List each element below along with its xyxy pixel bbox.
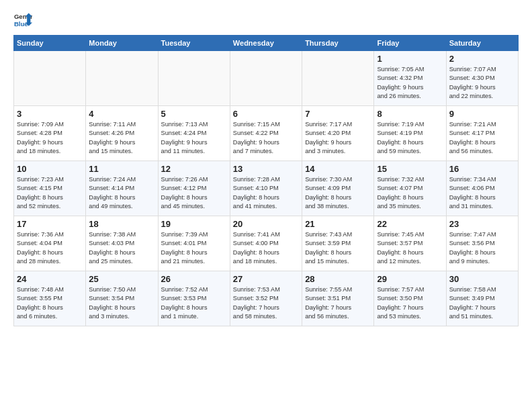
- calendar-cell: [86, 51, 158, 106]
- day-number: 15: [377, 164, 443, 174]
- cell-info: Sunrise: 7:57 AM Sunset: 3:50 PM Dayligh…: [377, 285, 443, 321]
- col-header-monday: Monday: [86, 36, 158, 51]
- day-number: 1: [377, 54, 443, 64]
- calendar-cell: 28Sunrise: 7:55 AM Sunset: 3:51 PM Dayli…: [302, 271, 374, 326]
- day-number: 22: [377, 219, 443, 229]
- day-number: 14: [305, 164, 371, 174]
- calendar-cell: 7Sunrise: 7:17 AM Sunset: 4:20 PM Daylig…: [302, 106, 374, 161]
- svg-text:Blue: Blue: [14, 20, 28, 28]
- cell-info: Sunrise: 7:48 AM Sunset: 3:55 PM Dayligh…: [17, 285, 83, 321]
- day-number: 10: [17, 164, 83, 174]
- cell-info: Sunrise: 7:30 AM Sunset: 4:09 PM Dayligh…: [305, 175, 371, 211]
- cell-info: Sunrise: 7:43 AM Sunset: 3:59 PM Dayligh…: [305, 230, 371, 266]
- calendar-cell: 27Sunrise: 7:53 AM Sunset: 3:52 PM Dayli…: [230, 271, 302, 326]
- col-header-sunday: Sunday: [14, 36, 86, 51]
- cell-info: Sunrise: 7:39 AM Sunset: 4:01 PM Dayligh…: [161, 230, 227, 266]
- day-number: 7: [305, 109, 371, 119]
- day-number: 16: [449, 164, 515, 174]
- day-number: 20: [233, 219, 299, 229]
- cell-info: Sunrise: 7:21 AM Sunset: 4:17 PM Dayligh…: [449, 120, 515, 156]
- day-number: 11: [89, 164, 154, 174]
- day-number: 13: [233, 164, 299, 174]
- day-number: 12: [161, 164, 227, 174]
- day-number: 9: [449, 109, 515, 119]
- calendar-cell: [302, 51, 374, 106]
- cell-info: Sunrise: 7:09 AM Sunset: 4:28 PM Dayligh…: [17, 120, 83, 156]
- cell-info: Sunrise: 7:36 AM Sunset: 4:04 PM Dayligh…: [17, 230, 83, 266]
- cell-info: Sunrise: 7:47 AM Sunset: 3:56 PM Dayligh…: [449, 230, 515, 266]
- calendar-cell: [158, 51, 230, 106]
- day-number: 21: [305, 219, 371, 229]
- calendar-cell: 29Sunrise: 7:57 AM Sunset: 3:50 PM Dayli…: [374, 271, 446, 326]
- day-number: 24: [17, 274, 83, 284]
- cell-info: Sunrise: 7:19 AM Sunset: 4:19 PM Dayligh…: [377, 120, 443, 156]
- cell-info: Sunrise: 7:50 AM Sunset: 3:54 PM Dayligh…: [89, 285, 154, 321]
- col-header-thursday: Thursday: [302, 36, 374, 51]
- calendar-cell: 12Sunrise: 7:26 AM Sunset: 4:12 PM Dayli…: [158, 161, 230, 216]
- day-number: 6: [233, 109, 299, 119]
- day-number: 28: [305, 274, 371, 284]
- cell-info: Sunrise: 7:55 AM Sunset: 3:51 PM Dayligh…: [305, 285, 371, 321]
- day-number: 5: [161, 109, 227, 119]
- cell-info: Sunrise: 7:05 AM Sunset: 4:32 PM Dayligh…: [377, 65, 443, 101]
- calendar-cell: 9Sunrise: 7:21 AM Sunset: 4:17 PM Daylig…: [446, 106, 518, 161]
- col-header-tuesday: Tuesday: [158, 36, 230, 51]
- cell-info: Sunrise: 7:24 AM Sunset: 4:14 PM Dayligh…: [89, 175, 154, 211]
- cell-info: Sunrise: 7:13 AM Sunset: 4:24 PM Dayligh…: [161, 120, 227, 156]
- day-number: 30: [449, 274, 515, 284]
- calendar-cell: 25Sunrise: 7:50 AM Sunset: 3:54 PM Dayli…: [86, 271, 158, 326]
- col-header-saturday: Saturday: [446, 36, 518, 51]
- calendar-cell: 13Sunrise: 7:28 AM Sunset: 4:10 PM Dayli…: [230, 161, 302, 216]
- cell-info: Sunrise: 7:45 AM Sunset: 3:57 PM Dayligh…: [377, 230, 443, 266]
- calendar-cell: 30Sunrise: 7:58 AM Sunset: 3:49 PM Dayli…: [446, 271, 518, 326]
- calendar-cell: 19Sunrise: 7:39 AM Sunset: 4:01 PM Dayli…: [158, 216, 230, 271]
- cell-info: Sunrise: 7:38 AM Sunset: 4:03 PM Dayligh…: [89, 230, 154, 266]
- cell-info: Sunrise: 7:34 AM Sunset: 4:06 PM Dayligh…: [449, 175, 515, 211]
- day-number: 29: [377, 274, 443, 284]
- day-number: 18: [89, 219, 154, 229]
- calendar-cell: [14, 51, 86, 106]
- calendar-cell: 24Sunrise: 7:48 AM Sunset: 3:55 PM Dayli…: [14, 271, 86, 326]
- calendar-cell: 6Sunrise: 7:15 AM Sunset: 4:22 PM Daylig…: [230, 106, 302, 161]
- calendar-cell: 5Sunrise: 7:13 AM Sunset: 4:24 PM Daylig…: [158, 106, 230, 161]
- day-number: 25: [89, 274, 154, 284]
- calendar-cell: 8Sunrise: 7:19 AM Sunset: 4:19 PM Daylig…: [374, 106, 446, 161]
- calendar-cell: 18Sunrise: 7:38 AM Sunset: 4:03 PM Dayli…: [86, 216, 158, 271]
- logo: General Blue: [13, 11, 32, 30]
- calendar-cell: 16Sunrise: 7:34 AM Sunset: 4:06 PM Dayli…: [446, 161, 518, 216]
- cell-info: Sunrise: 7:23 AM Sunset: 4:15 PM Dayligh…: [17, 175, 83, 211]
- cell-info: Sunrise: 7:53 AM Sunset: 3:52 PM Dayligh…: [233, 285, 299, 321]
- calendar-cell: 17Sunrise: 7:36 AM Sunset: 4:04 PM Dayli…: [14, 216, 86, 271]
- cell-info: Sunrise: 7:41 AM Sunset: 4:00 PM Dayligh…: [233, 230, 299, 266]
- day-number: 26: [161, 274, 227, 284]
- day-number: 19: [161, 219, 227, 229]
- calendar-cell: [230, 51, 302, 106]
- cell-info: Sunrise: 7:58 AM Sunset: 3:49 PM Dayligh…: [449, 285, 515, 321]
- cell-info: Sunrise: 7:26 AM Sunset: 4:12 PM Dayligh…: [161, 175, 227, 211]
- day-number: 8: [377, 109, 443, 119]
- calendar-cell: 21Sunrise: 7:43 AM Sunset: 3:59 PM Dayli…: [302, 216, 374, 271]
- cell-info: Sunrise: 7:52 AM Sunset: 3:53 PM Dayligh…: [161, 285, 227, 321]
- calendar-cell: 4Sunrise: 7:11 AM Sunset: 4:26 PM Daylig…: [86, 106, 158, 161]
- cell-info: Sunrise: 7:28 AM Sunset: 4:10 PM Dayligh…: [233, 175, 299, 211]
- calendar-cell: 22Sunrise: 7:45 AM Sunset: 3:57 PM Dayli…: [374, 216, 446, 271]
- calendar-cell: 15Sunrise: 7:32 AM Sunset: 4:07 PM Dayli…: [374, 161, 446, 216]
- col-header-wednesday: Wednesday: [230, 36, 302, 51]
- calendar-cell: 1Sunrise: 7:05 AM Sunset: 4:32 PM Daylig…: [374, 51, 446, 106]
- day-number: 2: [449, 54, 515, 64]
- calendar-cell: 20Sunrise: 7:41 AM Sunset: 4:00 PM Dayli…: [230, 216, 302, 271]
- calendar-cell: 11Sunrise: 7:24 AM Sunset: 4:14 PM Dayli…: [86, 161, 158, 216]
- cell-info: Sunrise: 7:17 AM Sunset: 4:20 PM Dayligh…: [305, 120, 371, 156]
- calendar-table: SundayMondayTuesdayWednesdayThursdayFrid…: [13, 35, 519, 326]
- calendar-cell: 14Sunrise: 7:30 AM Sunset: 4:09 PM Dayli…: [302, 161, 374, 216]
- cell-info: Sunrise: 7:07 AM Sunset: 4:30 PM Dayligh…: [449, 65, 515, 101]
- day-number: 3: [17, 109, 83, 119]
- day-number: 4: [89, 109, 154, 119]
- day-number: 27: [233, 274, 299, 284]
- cell-info: Sunrise: 7:32 AM Sunset: 4:07 PM Dayligh…: [377, 175, 443, 211]
- calendar-cell: 26Sunrise: 7:52 AM Sunset: 3:53 PM Dayli…: [158, 271, 230, 326]
- calendar-cell: 2Sunrise: 7:07 AM Sunset: 4:30 PM Daylig…: [446, 51, 518, 106]
- day-number: 23: [449, 219, 515, 229]
- col-header-friday: Friday: [374, 36, 446, 51]
- calendar-cell: 10Sunrise: 7:23 AM Sunset: 4:15 PM Dayli…: [14, 161, 86, 216]
